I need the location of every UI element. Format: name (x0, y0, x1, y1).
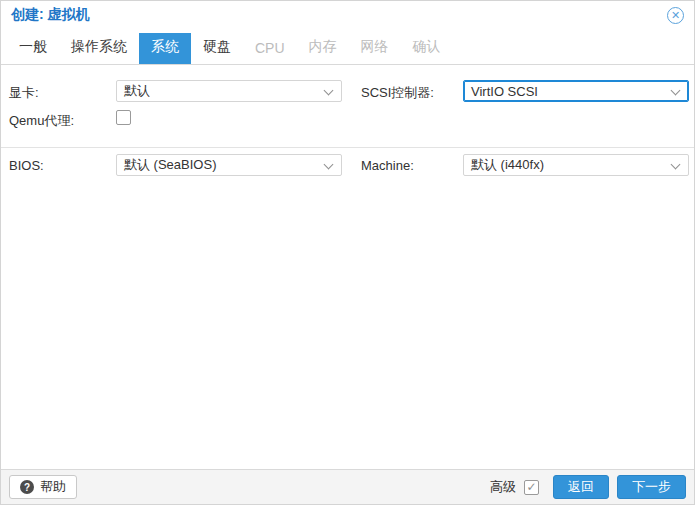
system-tab-panel: 显卡: 默认 SCSI控制器: VirtIO SCSI Qemu代理: BIOS… (1, 65, 694, 469)
tab-memory: 内存 (297, 33, 349, 64)
advanced-label: 高级 (490, 478, 516, 496)
qemu-agent-label: Qemu代理: (9, 112, 74, 130)
tab-cpu: CPU (243, 35, 297, 64)
tab-general[interactable]: 一般 (7, 33, 59, 64)
chevron-down-icon (324, 86, 334, 96)
footer-actions: 高级 ✓ 返回 下一步 (490, 475, 686, 499)
help-button[interactable]: ? 帮助 (9, 475, 77, 499)
chevron-down-icon (671, 160, 681, 170)
machine-label: Machine: (361, 158, 414, 173)
tab-disks[interactable]: 硬盘 (191, 33, 243, 64)
scsi-label: SCSI控制器: (361, 84, 434, 102)
help-icon: ? (20, 480, 34, 494)
wizard-tabbar: 一般 操作系统 系统 硬盘 CPU 内存 网络 确认 (1, 29, 694, 65)
bios-label: BIOS: (9, 158, 44, 173)
scsi-select-value: VirtIO SCSI (471, 84, 538, 99)
dialog-header: 创建: 虚拟机 ✕ (1, 1, 694, 29)
section-divider (1, 147, 694, 148)
next-button[interactable]: 下一步 (617, 475, 686, 499)
graphics-select[interactable]: 默认 (116, 80, 342, 102)
create-vm-dialog: 创建: 虚拟机 ✕ 一般 操作系统 系统 硬盘 CPU 内存 网络 确认 显卡:… (0, 0, 695, 505)
tab-os[interactable]: 操作系统 (59, 33, 139, 64)
dialog-footer: ? 帮助 高级 ✓ 返回 下一步 (1, 469, 694, 504)
machine-select[interactable]: 默认 (i440fx) (463, 154, 689, 176)
chevron-down-icon (324, 160, 334, 170)
dialog-title: 创建: 虚拟机 (11, 6, 90, 24)
qemu-agent-checkbox[interactable] (116, 110, 131, 125)
advanced-checkbox[interactable]: ✓ (524, 480, 539, 495)
chevron-down-icon (671, 86, 681, 96)
graphics-select-value: 默认 (124, 82, 150, 100)
machine-select-value: 默认 (i440fx) (471, 156, 544, 174)
bios-select-value: 默认 (SeaBIOS) (124, 156, 216, 174)
graphics-label: 显卡: (9, 84, 39, 102)
bios-select[interactable]: 默认 (SeaBIOS) (116, 154, 342, 176)
tab-confirm: 确认 (401, 33, 453, 64)
tab-network: 网络 (349, 33, 401, 64)
scsi-select[interactable]: VirtIO SCSI (463, 80, 689, 102)
tab-system[interactable]: 系统 (139, 33, 191, 64)
close-icon[interactable]: ✕ (667, 7, 684, 24)
help-button-label: 帮助 (40, 478, 66, 496)
back-button[interactable]: 返回 (553, 475, 609, 499)
